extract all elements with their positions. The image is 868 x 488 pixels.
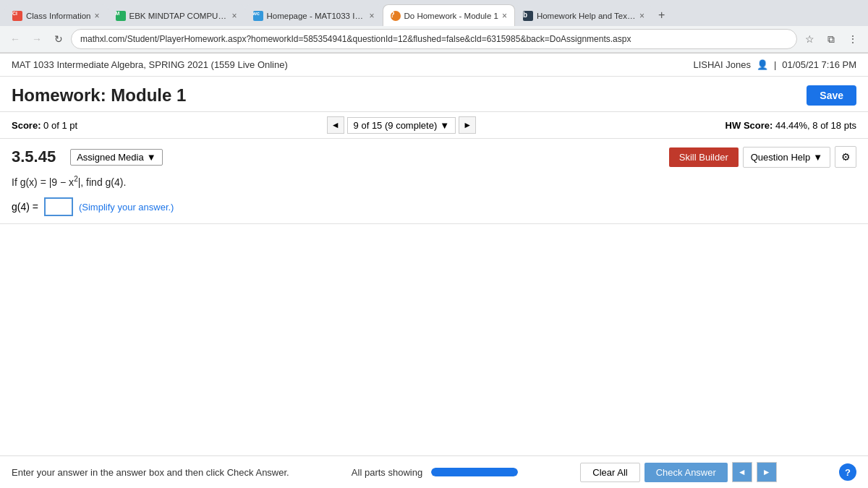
question-text-part1: If g(x) = |9 − x — [12, 176, 74, 188]
progress-bar-fill — [431, 468, 518, 470]
back-button[interactable]: ← — [6, 30, 25, 48]
url-input[interactable] — [71, 29, 797, 49]
tab4-title: Do Homework - Module 1 — [404, 12, 498, 20]
skill-builder-button[interactable]: Skill Builder — [669, 147, 739, 167]
browser-chrome: CI Class Information × M EBK MINDTAP COM… — [0, 0, 868, 53]
assigned-media-dropdown-icon: ▼ — [147, 152, 156, 163]
tab4-close[interactable]: × — [502, 11, 507, 21]
question-selector-label: 9 of 15 (9 complete) — [354, 120, 438, 131]
tab2-favicon: M — [116, 11, 126, 21]
question-tools: Skill Builder Question Help ▼ ⚙ — [669, 146, 856, 168]
tab2-close[interactable]: × — [231, 11, 237, 21]
help-button[interactable]: ? — [839, 463, 856, 470]
tab-class-information[interactable]: CI Class Information × — [4, 4, 108, 26]
score-value: 0 of 1 pt — [43, 120, 77, 131]
footer: Enter your answer in the answer box and … — [0, 455, 868, 470]
separator: | — [774, 59, 776, 70]
forward-button[interactable]: → — [27, 30, 46, 48]
hw-score-display: HW Score: 44.44%, 8 of 18 pts — [726, 120, 856, 131]
tab-bar: CI Class Information × M EBK MINDTAP COM… — [0, 0, 868, 26]
simplify-hint: (Simplify your answer.) — [79, 202, 174, 213]
save-button[interactable]: Save — [807, 85, 856, 106]
homework-header: Homework: Module 1 Save — [0, 77, 868, 112]
hw-score-label: HW Score: — [726, 120, 773, 131]
browser-actions: ☆ ⧉ ⋮ — [800, 30, 862, 48]
question-selector[interactable]: 9 of 15 (9 complete) ▼ — [347, 117, 456, 134]
score-display: Score: 0 of 1 pt — [12, 120, 77, 131]
tab3-title: Homepage - MAT1033 Interme... — [267, 12, 366, 20]
course-title: MAT 1033 Intermediate Algebra, SPRING 20… — [12, 59, 288, 70]
tab1-favicon: CI — [12, 11, 22, 21]
tab3-favicon: wc — [253, 11, 263, 21]
footer-right: Clear All Check Answer ◄ ► — [580, 462, 777, 470]
question-help-button[interactable]: Question Help ▼ — [743, 147, 830, 168]
footer-left: Enter your answer in the answer box and … — [12, 467, 289, 471]
tab1-title: Class Information — [26, 12, 90, 20]
settings-button[interactable]: ⚙ — [835, 146, 856, 168]
username: LISHAI Jones — [693, 59, 751, 70]
page-header: MAT 1033 Intermediate Algebra, SPRING 20… — [0, 53, 868, 77]
footer-hint: Enter your answer in the answer box and … — [12, 467, 289, 471]
tab4-favicon: ? — [391, 11, 401, 21]
content-area — [0, 224, 868, 470]
help-icon: ? — [845, 467, 851, 471]
tab-homepage[interactable]: wc Homepage - MAT1033 Interme... × — [245, 4, 383, 26]
answer-row: g(4) = (Simplify your answer.) — [12, 197, 856, 216]
question-area: 3.5.45 Assigned Media ▼ Skill Builder Qu… — [0, 139, 868, 224]
answer-label: g(4) = — [12, 201, 38, 213]
next-question-button[interactable]: ► — [459, 116, 476, 134]
tab5-title: Homework Help and Textbook S... — [537, 12, 636, 20]
tab5-favicon: b — [523, 11, 533, 21]
score-bar: Score: 0 of 1 pt ◄ 9 of 15 (9 complete) … — [0, 112, 868, 139]
question-header: 3.5.45 Assigned Media ▼ Skill Builder Qu… — [12, 146, 856, 168]
hw-score-value: 44.44%, 8 of 18 pts — [775, 120, 856, 131]
user-icon: 👤 — [757, 59, 768, 70]
tab1-close[interactable]: × — [94, 11, 99, 21]
assigned-media-label: Assigned Media — [77, 152, 144, 163]
question-help-dropdown-icon: ▼ — [813, 152, 822, 163]
new-tab-button[interactable]: + — [652, 9, 671, 22]
all-parts-label: All parts showing — [352, 467, 422, 471]
footer-next-button[interactable]: ► — [757, 462, 777, 470]
question-navigation: ◄ 9 of 15 (9 complete) ▼ ► — [327, 116, 477, 134]
question-number: 3.5.45 — [12, 147, 56, 166]
homework-title: Homework: Module 1 — [12, 85, 186, 106]
footer-prev-button[interactable]: ◄ — [732, 462, 752, 470]
bookmark-button[interactable]: ☆ — [800, 30, 819, 48]
tab2-title: EBK MINDTAP COMPUTING FOR... — [129, 12, 229, 20]
tab-mindtap[interactable]: M EBK MINDTAP COMPUTING FOR... × — [108, 4, 245, 26]
progress-bar-container — [431, 468, 518, 470]
address-bar-area: ← → ↻ ☆ ⧉ ⋮ — [0, 26, 868, 53]
assigned-media-button[interactable]: Assigned Media ▼ — [70, 149, 162, 166]
score-label: Score: — [12, 120, 41, 131]
prev-question-button[interactable]: ◄ — [327, 116, 344, 134]
datetime: 01/05/21 7:16 PM — [782, 59, 856, 70]
gear-icon: ⚙ — [841, 151, 851, 163]
question-help-label: Question Help — [751, 152, 810, 163]
question-selector-dropdown-icon: ▼ — [440, 120, 449, 131]
question-text-part2: |, find g(4). — [78, 176, 127, 188]
question-text: If g(x) = |9 − x2|, find g(4). — [12, 174, 856, 190]
tab-homework-help[interactable]: b Homework Help and Textbook S... × — [515, 4, 652, 26]
user-info: LISHAI Jones 👤 | 01/05/21 7:16 PM — [693, 59, 856, 70]
refresh-button[interactable]: ↻ — [49, 30, 68, 48]
check-answer-button[interactable]: Check Answer — [644, 463, 728, 471]
tab5-close[interactable]: × — [639, 11, 644, 21]
extensions-button[interactable]: ⧉ — [822, 30, 841, 48]
tab3-close[interactable]: × — [369, 11, 374, 21]
menu-button[interactable]: ⋮ — [843, 30, 862, 48]
clear-all-button[interactable]: Clear All — [580, 463, 639, 471]
answer-input[interactable] — [44, 197, 73, 216]
tab-do-homework[interactable]: ? Do Homework - Module 1 × — [383, 4, 515, 26]
